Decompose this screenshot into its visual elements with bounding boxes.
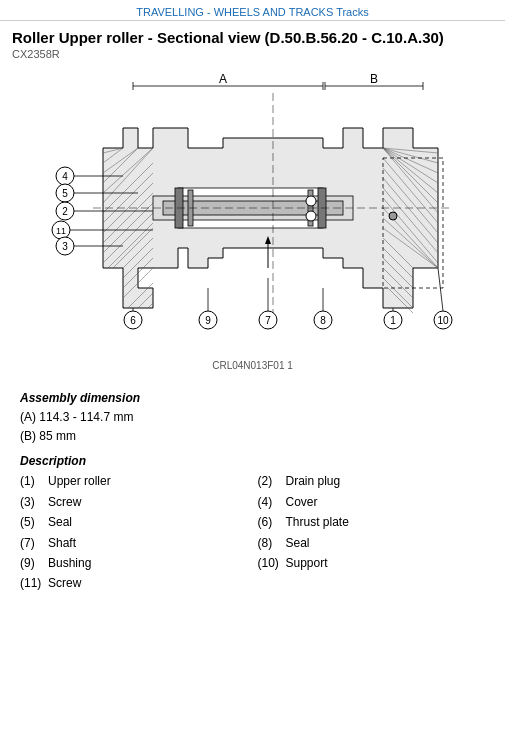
- desc-num-6: (6): [258, 512, 286, 532]
- svg-text:4: 4: [62, 171, 68, 182]
- desc-num-1: (1): [20, 471, 48, 491]
- svg-text:B: B: [369, 72, 377, 86]
- svg-text:5: 5: [62, 188, 68, 199]
- desc-item-11: (11) Screw: [20, 573, 248, 593]
- desc-num-4: (4): [258, 492, 286, 512]
- desc-num-5: (5): [20, 512, 48, 532]
- svg-text:10: 10: [437, 315, 449, 326]
- desc-label-3: Screw: [48, 492, 248, 512]
- description-title: Description: [20, 454, 485, 468]
- svg-text:1: 1: [390, 315, 396, 326]
- svg-text:A: A: [218, 72, 226, 86]
- desc-num-9: (9): [20, 553, 48, 573]
- desc-item-9: (9) Bushing: [20, 553, 248, 573]
- desc-num-10: (10): [258, 553, 286, 573]
- diagram-container: A B: [0, 64, 505, 358]
- desc-label-1: Upper roller: [48, 471, 248, 491]
- svg-text:2: 2: [62, 206, 68, 217]
- svg-point-63: [306, 211, 316, 221]
- desc-label-10: Support: [286, 553, 486, 573]
- svg-point-62: [306, 196, 316, 206]
- desc-item-5: (5) Seal: [20, 512, 248, 532]
- assembly-dim-b: (B) 85 mm: [20, 427, 485, 446]
- technical-diagram: A B: [23, 68, 483, 358]
- desc-item-2: (2) Drain plug: [258, 471, 486, 491]
- desc-num-11: (11): [20, 573, 48, 593]
- svg-text:6: 6: [130, 315, 136, 326]
- desc-item-10: (10) Support: [258, 553, 486, 573]
- desc-label-11: Screw: [48, 573, 248, 593]
- assembly-dim-a: (A) 114.3 - 114.7 mm: [20, 408, 485, 427]
- desc-label-7: Shaft: [48, 533, 248, 553]
- desc-item-3: (3) Screw: [20, 492, 248, 512]
- breadcrumb: TRAVELLING - WHEELS AND TRACKS Tracks: [0, 0, 505, 21]
- desc-item-6: (6) Thrust plate: [258, 512, 486, 532]
- svg-text:8: 8: [320, 315, 326, 326]
- desc-item-1: (1) Upper roller: [20, 471, 248, 491]
- desc-label-4: Cover: [286, 492, 486, 512]
- diagram-caption: CRL04N013F01 1: [0, 358, 505, 377]
- desc-label-6: Thrust plate: [286, 512, 486, 532]
- desc-label-5: Seal: [48, 512, 248, 532]
- desc-item-7: (7) Shaft: [20, 533, 248, 553]
- svg-text:9: 9: [205, 315, 211, 326]
- desc-col-left: (1) Upper roller (3) Screw (5) Seal (7) …: [20, 471, 248, 593]
- desc-col-right: (2) Drain plug (4) Cover (6) Thrust plat…: [258, 471, 486, 593]
- svg-text:3: 3: [62, 241, 68, 252]
- desc-item-4: (4) Cover: [258, 492, 486, 512]
- svg-text:11: 11: [55, 226, 65, 236]
- assembly-title: Assembly dimension: [20, 391, 485, 405]
- content-area: Assembly dimension (A) 114.3 - 114.7 mm …: [0, 377, 505, 604]
- svg-text:7: 7: [265, 315, 271, 326]
- desc-num-2: (2): [258, 471, 286, 491]
- desc-num-8: (8): [258, 533, 286, 553]
- description-grid: (1) Upper roller (3) Screw (5) Seal (7) …: [20, 471, 485, 593]
- desc-num-7: (7): [20, 533, 48, 553]
- desc-item-8: (8) Seal: [258, 533, 486, 553]
- desc-label-8: Seal: [286, 533, 486, 553]
- svg-point-64: [389, 212, 397, 220]
- desc-label-9: Bushing: [48, 553, 248, 573]
- page-code: CX2358R: [0, 48, 505, 64]
- desc-num-3: (3): [20, 492, 48, 512]
- desc-label-2: Drain plug: [286, 471, 486, 491]
- svg-line-97: [438, 268, 443, 311]
- page-title: Roller Upper roller - Sectional view (D.…: [0, 21, 505, 48]
